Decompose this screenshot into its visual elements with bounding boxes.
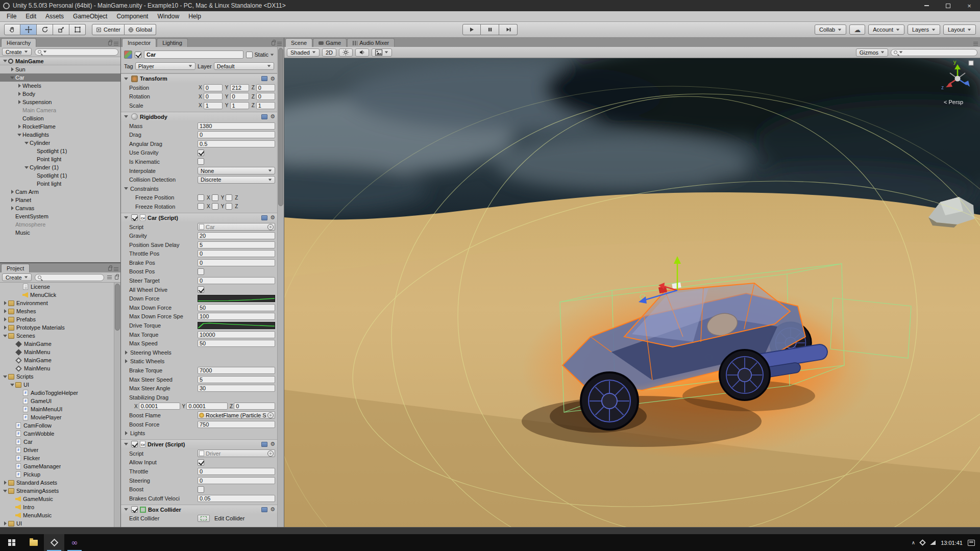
enable-checkbox[interactable] xyxy=(131,506,138,513)
text-field[interactable]: 10000 xyxy=(198,331,275,338)
cloud-button[interactable]: ☁ xyxy=(849,24,865,35)
component-header-rigidbody[interactable]: Rigidbody⚙ xyxy=(121,112,277,121)
gear-icon[interactable]: ⚙ xyxy=(270,507,275,512)
hierarchy-create-button[interactable]: Create xyxy=(2,48,32,56)
foldout-right-icon[interactable] xyxy=(9,198,15,202)
text-field[interactable]: 50 xyxy=(198,304,275,311)
project-item-menuclick[interactable]: MenuClick xyxy=(0,291,120,299)
panel-menu-icon[interactable] xyxy=(114,42,118,45)
foldout-right-icon[interactable] xyxy=(2,325,8,330)
help-icon[interactable] xyxy=(261,114,267,119)
project-item-scenes[interactable]: Scenes xyxy=(0,332,120,340)
static-dropdown[interactable]: Static xyxy=(246,52,274,58)
enable-checkbox[interactable] xyxy=(131,441,138,447)
project-item-gamemanager[interactable]: GameManager xyxy=(0,462,120,470)
freeze-z-checkbox[interactable] xyxy=(226,194,232,201)
hierarchy-item-collision[interactable]: Collision xyxy=(0,114,120,122)
hierarchy-item-sun[interactable]: Sun xyxy=(0,65,120,73)
foldout-right-icon[interactable] xyxy=(9,206,15,210)
panel-menu-icon[interactable] xyxy=(277,42,282,45)
y-field[interactable]: 212 xyxy=(230,84,249,91)
gear-icon[interactable]: ⚙ xyxy=(270,215,275,220)
project-item-scripts[interactable]: Scripts xyxy=(0,372,120,381)
text-field[interactable]: 0.05 xyxy=(198,495,275,502)
scene-viewport[interactable]: y z < Persp xyxy=(284,58,980,527)
foldout-right-icon[interactable] xyxy=(2,521,8,525)
text-field[interactable]: 5 xyxy=(198,241,275,248)
audio-toggle[interactable] xyxy=(355,48,369,57)
foldout-down-icon[interactable] xyxy=(9,384,15,386)
help-icon[interactable] xyxy=(261,76,267,81)
project-create-button[interactable]: Create xyxy=(2,273,32,281)
scale-tool-button[interactable] xyxy=(53,24,69,35)
project-item-mainmenuui[interactable]: MainMenuUI xyxy=(0,405,120,413)
freeze-x-checkbox[interactable] xyxy=(198,194,204,201)
hierarchy-item-rocketflame[interactable]: RocketFlame xyxy=(0,122,120,131)
foldout-down-icon[interactable] xyxy=(123,115,129,118)
foldout-right-icon[interactable] xyxy=(9,190,15,194)
project-item-pickup[interactable]: Pickup xyxy=(0,470,120,479)
object-field[interactable]: Driver xyxy=(198,449,275,457)
rect-tool-button[interactable] xyxy=(69,24,86,35)
project-item-streamingassets[interactable]: StreamingAssets xyxy=(0,487,120,495)
close-button[interactable]: × xyxy=(959,0,980,11)
foldout-right-icon[interactable] xyxy=(9,67,15,71)
layer-dropdown[interactable]: Default xyxy=(214,62,274,70)
z-field[interactable]: 1 xyxy=(256,102,275,109)
hierarchy-item-atmosphere[interactable]: Atmosphere xyxy=(0,220,120,229)
project-item-maingame[interactable]: MainGame xyxy=(0,356,120,364)
foldout-down-icon[interactable] xyxy=(16,134,22,136)
text-field[interactable]: 50 xyxy=(198,340,275,347)
gizmo-projection-label[interactable]: < Persp xyxy=(944,99,963,105)
text-field[interactable]: 0 xyxy=(198,477,275,484)
object-field[interactable]: RocketFlame (Particle S xyxy=(198,411,275,419)
text-field[interactable]: 1380 xyxy=(198,122,275,130)
taskbar-clock[interactable]: 13:01:41 xyxy=(941,540,963,546)
inspector-scrollbar[interactable] xyxy=(277,47,284,527)
project-search-input[interactable] xyxy=(35,274,104,281)
gizmo-z-label[interactable]: z xyxy=(941,85,944,90)
tray-unity-icon[interactable] xyxy=(919,539,926,546)
hierarchy-item-body[interactable]: Body xyxy=(0,90,120,98)
lighting-toggle[interactable] xyxy=(339,48,353,57)
static-checkbox[interactable] xyxy=(246,52,253,58)
text-field[interactable]: 0 xyxy=(198,131,275,138)
toolbar-account-button[interactable]: Account xyxy=(868,24,904,35)
foldout-down-icon[interactable] xyxy=(2,335,8,337)
foldout-right-icon[interactable] xyxy=(123,431,129,435)
checkbox[interactable] xyxy=(198,486,204,493)
foldout-right-icon[interactable] xyxy=(2,317,8,321)
text-field[interactable]: 0.5 xyxy=(198,140,275,147)
x-field[interactable]: 1 xyxy=(204,102,223,109)
x-field[interactable]: 0 xyxy=(204,84,223,91)
dropdown[interactable]: Discrete xyxy=(198,176,275,184)
checkbox[interactable] xyxy=(198,149,204,156)
tab-inspector[interactable]: Inspector xyxy=(122,38,156,47)
project-item-maingame[interactable]: MainGame xyxy=(0,340,120,348)
foldout-down-icon[interactable] xyxy=(23,142,30,144)
tab-scene[interactable]: Scene xyxy=(285,38,312,47)
project-item-ui[interactable]: UI xyxy=(0,519,120,527)
tab-project[interactable]: Project xyxy=(1,264,30,272)
gizmos-dropdown[interactable]: Gizmos xyxy=(856,48,888,57)
curve-field[interactable] xyxy=(198,322,275,329)
menu-window[interactable]: Window xyxy=(153,11,184,21)
y-field[interactable]: 0 xyxy=(230,93,249,100)
hierarchy-item-eventsystem[interactable]: EventSystem xyxy=(0,212,120,220)
foldout-right-icon[interactable] xyxy=(2,309,8,313)
object-picker-icon[interactable] xyxy=(267,450,274,457)
text-field[interactable]: 7000 xyxy=(198,367,275,374)
help-icon[interactable] xyxy=(261,507,267,512)
text-field[interactable]: 100 xyxy=(198,313,275,320)
foldout-down-icon[interactable] xyxy=(2,375,8,378)
text-field[interactable]: 0 xyxy=(198,259,275,266)
foldout-right-icon[interactable] xyxy=(123,359,129,363)
freeze-x-checkbox[interactable] xyxy=(198,203,204,210)
freeze-y-checkbox[interactable] xyxy=(212,194,218,201)
text-field[interactable]: 0 xyxy=(198,468,275,475)
lock-icon[interactable] xyxy=(108,267,112,271)
menu-assets[interactable]: Assets xyxy=(41,11,68,21)
network-icon[interactable] xyxy=(930,540,936,545)
project-item-license[interactable]: License xyxy=(0,283,120,291)
hierarchy-item-main-camera[interactable]: Main Camera xyxy=(0,106,120,114)
